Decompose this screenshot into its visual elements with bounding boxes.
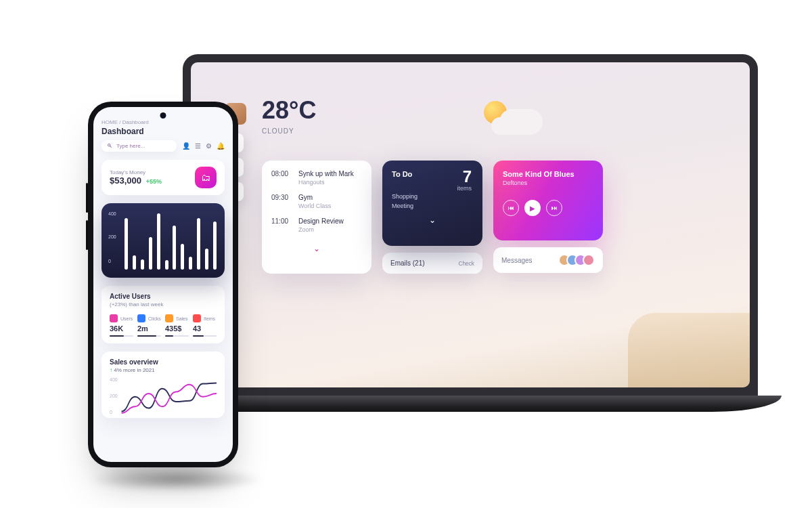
stat-cell: Clicks2m: [137, 314, 161, 337]
schedule-time: 08:00: [271, 170, 293, 186]
bar: [173, 226, 176, 270]
next-icon[interactable]: ⏭: [546, 200, 562, 216]
todo-column: To Do 7 items Shopping Meeting ⌄ Emails …: [382, 161, 482, 274]
breadcrumb[interactable]: HOME / Dashboard: [102, 119, 225, 125]
y-tick: 0: [108, 259, 111, 263]
y-tick: 200: [110, 394, 118, 398]
schedule-title: Gym: [298, 194, 331, 201]
schedule-title: Design Review: [298, 217, 344, 225]
widget-row: 08:00 Synk up with Mark Hangouts 09:30 G…: [262, 161, 603, 274]
bar: [157, 213, 160, 270]
schedule-item[interactable]: 08:00 Synk up with Mark Hangouts: [271, 170, 362, 186]
y-tick: 400: [108, 211, 116, 216]
phone-shadow: [88, 467, 264, 492]
stat-icon: [137, 314, 145, 322]
money-value: $53,000: [110, 175, 141, 186]
sales-card[interactable]: Sales overview ↑ 4% more in 2021 400 200…: [102, 352, 225, 418]
bar: [141, 259, 144, 270]
emails-label: Emails (21): [390, 259, 425, 267]
chevron-down-icon[interactable]: ⌄: [271, 241, 362, 256]
schedule-item[interactable]: 11:00 Design Review Zoom: [271, 217, 362, 233]
laptop-screen: ⌂ 🔍︎ − 28°C CLOUDY 08:00 Synk up with Ma…: [191, 62, 750, 387]
sales-title: Sales overview: [110, 358, 217, 366]
schedule-title: Synk up with Mark: [298, 170, 354, 177]
todo-item: Shopping: [392, 192, 473, 201]
y-tick: 400: [110, 377, 118, 382]
stat-label: Sales: [176, 316, 188, 321]
stat-bar: [110, 335, 133, 337]
search-input[interactable]: 🔍︎ Type here...: [102, 140, 177, 152]
stat-icon: [110, 314, 118, 322]
bell-icon[interactable]: 🔔: [217, 142, 225, 150]
todo-count-label: items: [457, 185, 472, 192]
temperature: 28°C: [262, 96, 316, 125]
stat-value: 435$: [165, 324, 189, 333]
schedule-sub: Hangouts: [298, 179, 354, 186]
todo-item: Meeting: [392, 201, 473, 211]
laptop-bezel: ⌂ 🔍︎ − 28°C CLOUDY 08:00 Synk up with Ma…: [183, 54, 758, 396]
schedule-time: 11:00: [271, 217, 293, 233]
emails-action[interactable]: Check: [458, 260, 474, 267]
prev-icon[interactable]: ⏮: [503, 200, 519, 216]
sales-sub: ↑ 4% more in 2021: [110, 367, 217, 373]
money-card[interactable]: Today's Money $53,000 +55% 🗂: [102, 160, 225, 195]
stat-bar: [165, 335, 189, 337]
track-artist: Deftones: [503, 179, 593, 186]
stat-bar: [137, 335, 161, 337]
stat-bar: [193, 335, 217, 337]
stat-cell: Users36K: [110, 314, 133, 337]
music-card[interactable]: Some Kind Of Blues Deftones ⏮ ▶ ⏭: [493, 161, 603, 240]
search-icon: 🔍︎: [107, 143, 112, 149]
active-users-card[interactable]: Active Users (+23%) than last week Users…: [102, 286, 225, 343]
messages-card[interactable]: Messages: [493, 247, 603, 273]
todo-card[interactable]: To Do 7 items Shopping Meeting ⌄: [382, 161, 482, 246]
stat-label: Users: [120, 316, 133, 321]
todo-list: Shopping Meeting: [392, 192, 473, 211]
chevron-down-icon[interactable]: ⌄: [392, 215, 473, 225]
header-icons: 👤 ☰ ⚙ 🔔: [182, 142, 225, 150]
sales-sub-text: 4% more in 2021: [114, 367, 154, 373]
sales-chart: 400 200 0: [110, 377, 217, 418]
laptop-mockup: ⌂ 🔍︎ − 28°C CLOUDY 08:00 Synk up with Ma…: [183, 54, 758, 412]
line-chart: [110, 377, 217, 418]
schedule-time: 09:30: [271, 194, 293, 209]
track-title: Some Kind Of Blues: [503, 170, 593, 178]
schedule-sub: World Class: [298, 203, 331, 209]
todo-card-title: To Do: [392, 170, 473, 178]
emails-card[interactable]: Emails (21) Check: [382, 253, 482, 274]
bar: [213, 221, 217, 270]
schedule-item[interactable]: 09:30 Gym World Class: [271, 194, 362, 209]
stat-value: 43: [193, 324, 217, 333]
bar: [181, 244, 184, 270]
camera-notch: [160, 112, 166, 119]
stat-label: Clicks: [148, 316, 161, 321]
active-title: Active Users: [110, 293, 217, 300]
avatar-stack: [558, 254, 595, 266]
bar: [125, 218, 128, 270]
messages-label: Messages: [501, 257, 533, 264]
play-icon[interactable]: ▶: [524, 200, 541, 216]
laptop-base: [159, 396, 782, 412]
music-column: Some Kind Of Blues Deftones ⏮ ▶ ⏭ Messag…: [493, 161, 603, 274]
menu-icon[interactable]: ☰: [195, 142, 201, 150]
background-decor: [628, 313, 750, 387]
bar: [165, 260, 168, 270]
series-line: [122, 385, 217, 413]
money-delta: +55%: [146, 178, 162, 185]
gear-icon[interactable]: ⚙: [206, 142, 212, 150]
schedule-card[interactable]: 08:00 Synk up with Mark Hangouts 09:30 G…: [262, 161, 371, 274]
user-icon[interactable]: 👤: [182, 142, 190, 150]
y-tick: 0: [110, 410, 112, 415]
weather-icon: [478, 100, 543, 140]
stat-cell: Items43: [193, 314, 217, 337]
search-placeholder: Type here...: [116, 143, 145, 149]
bar: [133, 255, 136, 270]
bar-chart-card[interactable]: 400 200 0: [102, 203, 225, 278]
bar: [189, 257, 192, 270]
stats-row: Users36KClicks2mSales435$Items43: [110, 314, 217, 337]
stat-icon: [193, 314, 201, 322]
header-row: 🔍︎ Type here... 👤 ☰ ⚙ 🔔: [102, 140, 225, 152]
todo-count: 7: [463, 167, 472, 186]
page-title: Dashboard: [102, 127, 225, 136]
music-controls: ⏮ ▶ ⏭: [503, 200, 593, 216]
